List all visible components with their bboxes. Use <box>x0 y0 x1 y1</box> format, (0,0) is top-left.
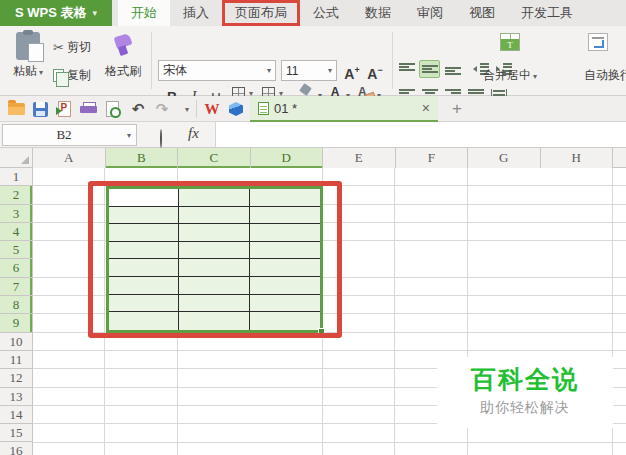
wps-writer-doc-button[interactable]: W <box>202 100 222 118</box>
redo-icon: ↷ <box>156 100 169 118</box>
column-header-D[interactable]: D <box>251 148 324 168</box>
copy-label: 复制 <box>67 67 91 84</box>
chevron-down-icon: ▾ <box>533 72 537 81</box>
font-name-select[interactable]: 宋体 ▾ <box>158 60 276 81</box>
divider <box>196 100 197 118</box>
increase-font-size-button[interactable]: A+ <box>341 60 363 81</box>
close-icon[interactable]: × <box>422 100 430 116</box>
folder-icon <box>8 103 25 115</box>
merge-center-icon <box>500 33 520 51</box>
insert-function-button[interactable]: fx <box>188 125 199 142</box>
cut-label: 剪切 <box>67 39 91 56</box>
spreadsheet-doc-icon <box>258 102 269 115</box>
wps-cube-doc-button[interactable] <box>226 100 246 118</box>
column-header-F[interactable]: F <box>396 148 469 168</box>
row-header-12[interactable]: 12 <box>0 369 33 387</box>
wps-writer-icon: W <box>205 101 220 118</box>
chevron-down-icon: ▾ <box>267 66 271 75</box>
chevron-down-icon: ▾ <box>92 8 97 18</box>
divider <box>228 86 229 87</box>
tab-review[interactable]: 审阅 <box>404 0 456 26</box>
row-header-11[interactable]: 11 <box>0 351 33 369</box>
scissors-icon: ✂ <box>53 40 64 55</box>
align-top-icon <box>399 63 415 75</box>
select-all-corner[interactable] <box>0 148 33 168</box>
column-header-B[interactable]: B <box>106 148 179 168</box>
new-document-button[interactable]: + <box>446 98 468 120</box>
name-box[interactable]: B2 ▾ <box>2 124 137 146</box>
pdf-icon <box>58 101 71 117</box>
row-header-6[interactable]: 6 <box>0 259 33 277</box>
customize-toolbar-button[interactable]: ▾ <box>176 100 196 118</box>
tab-data[interactable]: 数据 <box>352 0 404 26</box>
wrap-text-label: 自动换行 <box>578 67 626 84</box>
format-painter-brush-icon <box>113 33 133 59</box>
row-header-13[interactable]: 13 <box>0 388 33 406</box>
row-headers: 12345678910111213141516 <box>0 168 33 455</box>
wps-spreadsheet-window: S WPS 表格 ▾ 开始插入页面布局公式数据审阅视图开发工具 粘贴▾ ✂ 剪切… <box>0 0 626 455</box>
row-header-10[interactable]: 10 <box>0 333 33 351</box>
column-header-C[interactable]: C <box>178 148 251 168</box>
tab-insert[interactable]: 插入 <box>170 0 222 26</box>
open-file-button[interactable] <box>6 100 26 118</box>
row-header-8[interactable]: 8 <box>0 296 33 314</box>
row-header-3[interactable]: 3 <box>0 205 33 223</box>
print-preview-button[interactable] <box>102 100 122 118</box>
wrap-text-icon <box>588 33 608 51</box>
decrease-font-size-button[interactable]: A− <box>364 60 386 81</box>
row-header-2[interactable]: 2 <box>0 186 33 204</box>
tab-view[interactable]: 视图 <box>456 0 508 26</box>
align-top-button[interactable] <box>396 60 417 78</box>
search-button[interactable] <box>160 130 162 148</box>
row-header-15[interactable]: 15 <box>0 424 33 442</box>
print-button[interactable] <box>78 100 98 118</box>
redo-button[interactable]: ↷ <box>152 100 172 118</box>
chevron-down-icon: ▾ <box>39 68 43 77</box>
printer-icon <box>80 102 97 116</box>
column-header-G[interactable]: G <box>468 148 541 168</box>
group-divider <box>392 32 393 89</box>
format-painter-button[interactable]: 格式刷 <box>98 30 148 90</box>
minus-icon: − <box>377 65 382 75</box>
save-icon <box>33 102 48 117</box>
document-tab-label: 01 * <box>274 101 297 116</box>
row-header-14[interactable]: 14 <box>0 406 33 424</box>
undo-icon: ↶ <box>132 100 145 118</box>
row-header-16[interactable]: 16 <box>0 442 33 455</box>
formula-input[interactable] <box>215 122 626 147</box>
merge-center-button[interactable]: 合并居中▾ <box>468 30 552 90</box>
document-tab[interactable]: 01 * × <box>250 96 438 122</box>
row-header-9[interactable]: 9 <box>0 314 33 332</box>
merge-center-label: 合并居中 <box>483 68 531 82</box>
annotation-box-selection <box>88 181 342 338</box>
wrap-text-button[interactable]: 自动换行 <box>578 30 626 90</box>
row-header-7[interactable]: 7 <box>0 278 33 296</box>
app-logo-label: S WPS 表格 <box>15 4 87 22</box>
watermark-title: 百科全说 <box>437 363 613 396</box>
save-button[interactable] <box>30 100 50 118</box>
name-box-value: B2 <box>3 127 125 143</box>
tab-page-layout[interactable]: 页面布局 <box>222 0 300 26</box>
tab-dev-tools[interactable]: 开发工具 <box>508 0 586 26</box>
undo-button[interactable]: ↶ <box>128 100 148 118</box>
font-size-select[interactable]: 11 ▾ <box>281 60 337 81</box>
search-icon <box>160 129 162 148</box>
row-header-1[interactable]: 1 <box>0 168 33 186</box>
print-preview-icon <box>106 101 119 117</box>
tab-home[interactable]: 开始 <box>118 0 170 26</box>
app-logo-button[interactable]: S WPS 表格 ▾ <box>0 0 112 26</box>
font-name-value: 宋体 <box>163 62 187 79</box>
row-header-5[interactable]: 5 <box>0 241 33 259</box>
formula-bar: B2 ▾ fx <box>0 122 626 148</box>
column-header-H[interactable]: H <box>541 148 614 168</box>
column-header-E[interactable]: E <box>323 148 396 168</box>
align-middle-button[interactable] <box>419 60 440 78</box>
column-header-A[interactable]: A <box>33 148 106 168</box>
export-pdf-button[interactable] <box>54 100 74 118</box>
font-size-value: 11 <box>286 64 298 78</box>
chevron-down-icon: ▾ <box>328 66 332 75</box>
tab-formulas[interactable]: 公式 <box>300 0 352 26</box>
row-header-4[interactable]: 4 <box>0 223 33 241</box>
align-bottom-button[interactable] <box>442 60 463 78</box>
paste-button[interactable]: 粘贴▾ <box>5 30 51 90</box>
